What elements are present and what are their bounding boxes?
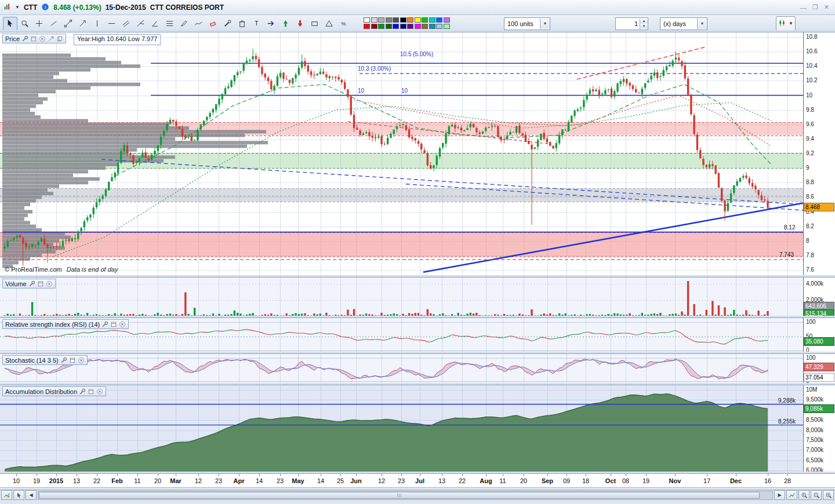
segment-tool[interactable] — [46, 17, 61, 31]
info-icon[interactable]: i — [41, 3, 49, 12]
angle-tool[interactable] — [148, 17, 162, 31]
palette-color[interactable] — [429, 24, 435, 29]
channel-tool[interactable] — [119, 17, 133, 31]
zoom-auto-icon[interactable]: A — [798, 490, 809, 500]
time-label: 19 — [642, 477, 649, 484]
zoom-out-icon[interactable] — [811, 490, 822, 500]
trash-tool[interactable] — [235, 17, 249, 31]
price-axis[interactable]: 10.810.610.410.2109.89.69.49.298.88.68.4… — [804, 32, 835, 474]
scrollbar-thumb[interactable] — [39, 492, 760, 499]
spinner-up-icon[interactable]: ▲ — [640, 19, 648, 24]
palette-color[interactable] — [386, 24, 392, 29]
palette-color[interactable] — [429, 17, 435, 23]
scroll-right-arrow[interactable]: ▶ — [774, 490, 785, 500]
interval-unit-value: (x) days — [660, 20, 689, 27]
palette-color[interactable] — [415, 24, 421, 29]
units-select[interactable]: 100 units ▼ — [504, 17, 550, 30]
palette-color[interactable] — [393, 17, 399, 23]
detach-window-icon[interactable] — [110, 321, 117, 328]
freehand-tool[interactable] — [191, 17, 206, 31]
triangle-tool[interactable] — [322, 17, 336, 31]
palette-color[interactable] — [400, 17, 406, 23]
palette-color[interactable] — [444, 17, 450, 23]
pencil-tool[interactable] — [177, 17, 191, 31]
title-bar[interactable]: ▼ CTT i 8.468 (+0.13%) 15-Dec-2015 CTT C… — [0, 0, 835, 15]
palette-color[interactable] — [400, 24, 406, 29]
palette-color[interactable] — [371, 24, 377, 29]
ray-tool[interactable] — [75, 17, 90, 31]
time-label: 22 — [459, 477, 466, 484]
pitchfork-tool[interactable] — [133, 17, 148, 31]
fibonacci-tool[interactable] — [162, 17, 177, 31]
settings-tool[interactable] — [220, 17, 235, 31]
interval-count-input[interactable]: 1 ▲▼ — [615, 17, 648, 30]
close-pane-icon[interactable] — [119, 321, 126, 328]
palette-color[interactable] — [364, 24, 370, 29]
callout-tool[interactable] — [264, 17, 278, 31]
restore-icon[interactable]: ❐ — [812, 3, 818, 11]
palette-color[interactable] — [378, 24, 384, 29]
crosshair-tool[interactable] — [32, 17, 46, 31]
detach-window-icon[interactable] — [88, 388, 95, 395]
palette-color[interactable] — [415, 17, 421, 23]
close-pane-icon[interactable] — [78, 357, 85, 364]
chevron-down-icon[interactable]: ▼ — [697, 19, 707, 29]
axis-tick: 100 — [806, 319, 816, 325]
arrow-up-tool[interactable] — [278, 17, 293, 31]
hline-tool[interactable] — [104, 17, 119, 31]
cursor-mode-icon[interactable] — [13, 490, 24, 500]
expand-icon[interactable] — [48, 35, 55, 42]
palette-color[interactable] — [407, 24, 413, 29]
palette-color[interactable] — [436, 24, 442, 29]
spinner-down-icon[interactable]: ▼ — [640, 24, 648, 29]
palette-color[interactable] — [407, 17, 413, 23]
axis-tick: 9.6 — [806, 121, 814, 127]
palette-color[interactable] — [422, 24, 428, 29]
close-pane-icon[interactable] — [39, 35, 46, 42]
spinner-arrows[interactable]: ▲▼ — [640, 19, 648, 29]
time-axis[interactable]: 101920151322Feb1120Mar1223Apr1423May1425… — [0, 474, 835, 488]
zoom-tool[interactable] — [17, 17, 32, 31]
select-tool[interactable] — [3, 17, 17, 31]
chevron-down-icon[interactable]: ▼ — [540, 19, 550, 29]
axis-tick: 9 — [806, 165, 809, 171]
palette-color[interactable] — [364, 17, 370, 23]
palette-color[interactable] — [371, 17, 377, 23]
settings-wrench-icon[interactable] — [79, 388, 86, 395]
chevron-down-icon[interactable]: ▼ — [789, 21, 793, 26]
time-scrollbar[interactable] — [38, 491, 773, 500]
eraser-tool[interactable] — [206, 17, 220, 31]
trendline-tool[interactable] — [61, 17, 75, 31]
palette-color[interactable] — [436, 17, 442, 23]
palette-color[interactable] — [386, 17, 392, 23]
settings-wrench-icon[interactable] — [21, 35, 28, 42]
zoom-in-icon[interactable] — [823, 490, 834, 500]
close-icon[interactable]: ✕ — [824, 3, 829, 11]
vline-tool[interactable] — [90, 17, 104, 31]
draw-chart-icon[interactable] — [1, 490, 12, 500]
detach-window-icon[interactable] — [69, 357, 76, 364]
settings-wrench-icon[interactable] — [101, 321, 108, 328]
palette-color[interactable] — [393, 24, 399, 29]
arrow-down-tool[interactable] — [293, 17, 307, 31]
palette-color[interactable] — [378, 17, 384, 23]
detach-window-icon[interactable] — [37, 280, 44, 287]
scroll-left-arrow[interactable]: ◀ — [26, 490, 37, 500]
symbol-dropdown-caret[interactable]: ▼ — [15, 5, 20, 10]
palette-color[interactable] — [422, 17, 428, 23]
close-pane-icon[interactable] — [46, 280, 53, 287]
copy-icon[interactable] — [56, 35, 63, 42]
minimize-icon[interactable]: — — [800, 4, 807, 11]
settings-wrench-icon[interactable] — [28, 280, 35, 287]
settings-wrench-icon[interactable] — [60, 357, 67, 364]
pointer-chart-icon[interactable] — [786, 490, 797, 500]
chart-canvas[interactable] — [0, 32, 804, 474]
rectangle-tool[interactable] — [307, 17, 322, 31]
percent-tool[interactable]: % — [336, 17, 351, 31]
detach-window-icon[interactable] — [30, 35, 37, 42]
text-tool[interactable]: T — [249, 17, 264, 31]
chart-type-button[interactable]: ▼ — [776, 16, 796, 31]
interval-unit-select[interactable]: (x) days ▼ — [660, 17, 707, 30]
close-pane-icon[interactable] — [96, 388, 103, 395]
palette-color[interactable] — [444, 24, 450, 29]
